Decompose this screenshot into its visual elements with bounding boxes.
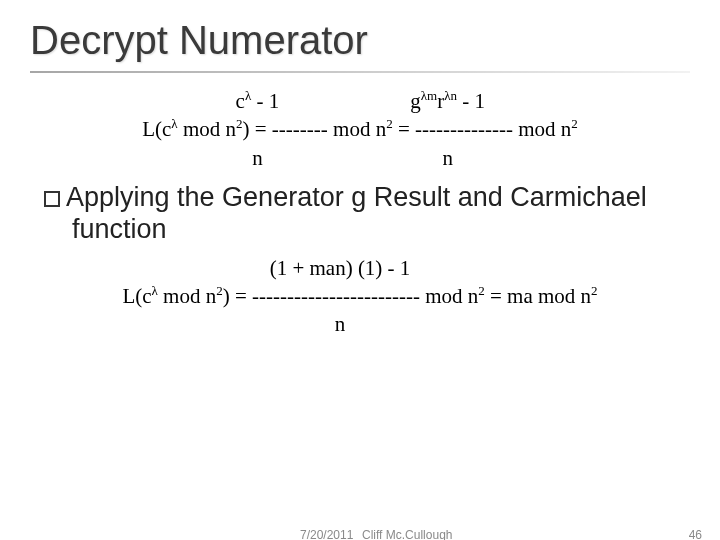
eq2-top-row: (1 + man) (1) - 1: [0, 254, 720, 282]
eq1-mid-row: L(cλ mod n2) = -------- mod n2 = -------…: [0, 115, 720, 143]
eq1-top-row: cλ - 1 gλmrλn - 1: [0, 87, 720, 115]
eq1-bottom-row: n n: [0, 144, 720, 172]
bullet-text-1: Applying the Generator g Result and: [66, 182, 510, 212]
eq2-top: (1 + man) (1) - 1: [220, 254, 460, 282]
footer-author: Cliff Mc.Cullough: [362, 528, 452, 540]
eq1-n1: n: [172, 144, 342, 172]
eq2-m4e: 2: [591, 283, 598, 298]
eq2-n: n: [220, 310, 460, 338]
eq1-r-exp: λn: [444, 88, 457, 103]
eq1-m2: mod n: [178, 117, 236, 141]
eq1-m1: L(c: [142, 117, 171, 141]
eq2-m3: ) = ------------------------ mod n: [223, 284, 479, 308]
eq2-m2: mod n: [158, 284, 216, 308]
equation-1: cλ - 1 gλmrλn - 1 L(cλ mod n2) = -------…: [0, 87, 720, 172]
eq1-c: c: [236, 89, 245, 113]
eq2-mid-row: L(cλ mod n2) = ------------------------ …: [0, 282, 720, 310]
eq1-m3: ) = -------- mod n: [243, 117, 387, 141]
bullet-point: Applying the Generator g Result and Carm…: [28, 172, 720, 246]
footer-page-number: 46: [689, 528, 702, 540]
eq1-m4: = -------------- mod n: [393, 117, 572, 141]
footer-date: 7/20/2011: [300, 528, 353, 540]
eq2-m4: = ma mod n: [485, 284, 591, 308]
eq1-g-exp: λm: [421, 88, 437, 103]
eq1-g: g: [410, 89, 421, 113]
title-underline: [30, 71, 690, 73]
eq1-tr-tail: - 1: [457, 89, 485, 113]
equation-2: (1 + man) (1) - 1 L(cλ mod n2) = -------…: [0, 254, 720, 339]
slide-title: Decrypt Numerator: [0, 0, 720, 63]
bullet-box-icon: [44, 191, 60, 207]
eq1-c-tail: - 1: [251, 89, 279, 113]
eq1-n2: n: [348, 144, 548, 172]
eq2-m1: L(c: [122, 284, 151, 308]
eq2-bottom-row: n: [0, 310, 720, 338]
eq1-m4e: 2: [571, 116, 578, 131]
